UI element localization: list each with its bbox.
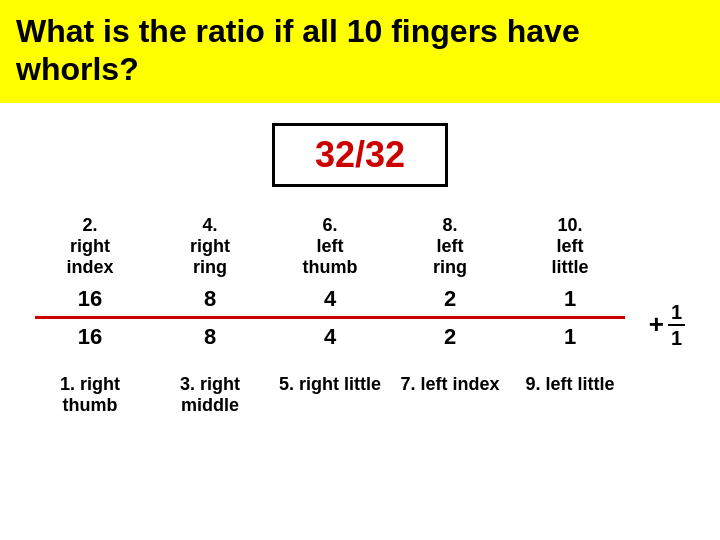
divider: [30, 316, 630, 320]
label-right-little: 5. right little: [275, 374, 385, 416]
bottom-numbers-row: 16 8 4 2 1: [30, 324, 630, 350]
fraction-denominator: 1: [668, 326, 685, 350]
label-right-index: 2. right index: [35, 215, 145, 278]
label-right-middle: 3. right middle: [155, 374, 265, 416]
page-title: What is the ratio if all 10 fingers have…: [16, 12, 704, 89]
num-bot-5: 1: [515, 324, 625, 350]
num-top-3: 4: [275, 286, 385, 312]
num-bot-3: 4: [275, 324, 385, 350]
answer-box: 32/32: [30, 123, 690, 187]
label-left-little-2: 9. left little: [515, 374, 625, 416]
label-left-little: 10. left little: [515, 215, 625, 278]
num-top-1: 16: [35, 286, 145, 312]
label-left-thumb: 6. left thumb: [275, 215, 385, 278]
top-numbers-row: 16 8 4 2 1: [30, 286, 630, 312]
label-right-thumb: 1. right thumb: [35, 374, 145, 416]
header: What is the ratio if all 10 fingers have…: [0, 0, 720, 103]
fraction-numerator: 1: [668, 300, 685, 326]
num-top-4: 2: [395, 286, 505, 312]
fraction-answer: 32/32: [272, 123, 448, 187]
top-labels-row: 2. right index 4. right ring 6. left thu…: [30, 215, 630, 278]
num-bot-2: 8: [155, 324, 265, 350]
main-content: 32/32 2. right index 4. right ring 6. le…: [0, 103, 720, 426]
num-top-2: 8: [155, 286, 265, 312]
label-left-ring: 8. left ring: [395, 215, 505, 278]
bottom-labels-row: 1. right thumb 3. right middle 5. right …: [30, 374, 630, 416]
num-bot-1: 16: [35, 324, 145, 350]
label-left-index: 7. left index: [395, 374, 505, 416]
num-bot-4: 2: [395, 324, 505, 350]
num-top-5: 1: [515, 286, 625, 312]
plus-fraction-area: + 1 1: [649, 300, 685, 350]
fraction-display: 1 1: [668, 300, 685, 350]
plus-sign: +: [649, 309, 664, 340]
label-right-ring: 4. right ring: [155, 215, 265, 278]
